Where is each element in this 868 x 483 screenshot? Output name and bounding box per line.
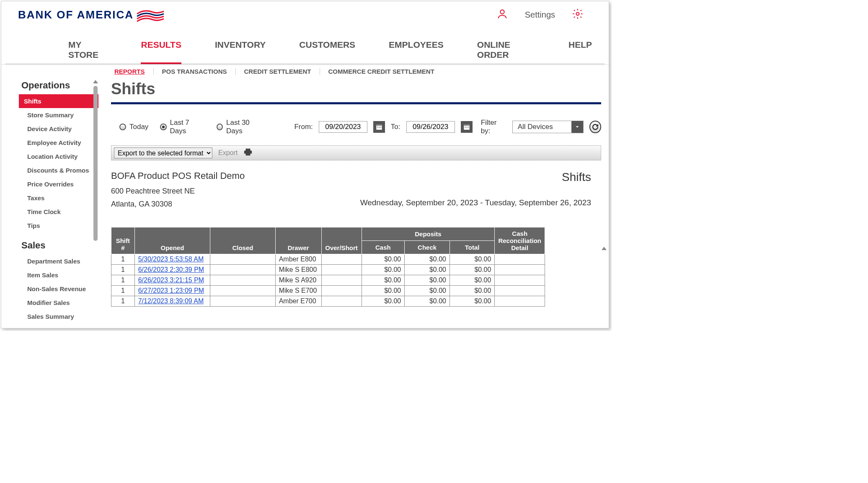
subnav-credit-settlement[interactable]: CREDIT SETTLEMENT xyxy=(235,68,320,75)
to-calendar-button[interactable] xyxy=(461,121,473,133)
nav-customers[interactable]: CUSTOMERS xyxy=(299,36,355,64)
cell-recon xyxy=(495,254,545,265)
svg-rect-6 xyxy=(380,127,381,128)
table-row: 16/26/2023 2:30:39 PMMike S E800$0.00$0.… xyxy=(111,265,545,275)
th-drawer[interactable]: Drawer xyxy=(275,227,321,254)
sidebar-item-price-overrides[interactable]: Price Overrides xyxy=(22,177,98,191)
refresh-button[interactable] xyxy=(589,121,601,133)
table-row: 16/27/2023 1:23:09 PMMike S E700$0.00$0.… xyxy=(111,286,545,296)
subnav-reports[interactable]: REPORTS xyxy=(106,68,153,75)
opened-link[interactable]: 5/30/2023 5:53:58 AM xyxy=(138,256,204,263)
th-closed[interactable]: Closed xyxy=(210,227,276,254)
radio-today-label: Today xyxy=(129,123,148,131)
cell-drawer: Mike S E800 xyxy=(275,265,321,275)
shifts-table-wrap: Shift # Opened Closed Drawer Over/Short … xyxy=(111,227,601,307)
main-nav: MY STORE RESULTS INVENTORY CUSTOMERS EMP… xyxy=(1,36,609,65)
th-overshort[interactable]: Over/Short xyxy=(321,227,362,254)
sidebar-item-sales-commissions[interactable]: Sales Commissions xyxy=(22,323,98,328)
sidebar-scrollbar[interactable] xyxy=(93,80,98,328)
calendar-icon xyxy=(375,123,383,131)
opened-link[interactable]: 6/26/2023 2:30:39 PM xyxy=(138,266,204,273)
user-area[interactable] xyxy=(438,9,480,21)
print-button[interactable] xyxy=(243,147,253,158)
sidebar-item-device-activity[interactable]: Device Activity xyxy=(22,122,98,136)
sidebar-item-shifts[interactable]: Shifts xyxy=(19,94,98,108)
sidebar-item-item-sales[interactable]: Item Sales xyxy=(22,268,98,282)
opened-link[interactable]: 7/12/2023 8:39:09 AM xyxy=(138,297,204,305)
sidebar-item-department-sales[interactable]: Department Sales xyxy=(22,254,98,268)
report-scrollbar[interactable] xyxy=(601,247,607,328)
logo[interactable]: BANK OF AMERICA xyxy=(18,7,165,22)
sidebar-item-time-clock[interactable]: Time Clock xyxy=(22,205,98,219)
cell-total: $0.00 xyxy=(450,296,494,307)
sidebar-item-store-summary[interactable]: Store Summary xyxy=(22,108,98,122)
cell-overshort xyxy=(321,286,362,296)
th-total[interactable]: Total xyxy=(450,241,494,254)
radio-last-7-days[interactable]: Last 7 Days xyxy=(160,119,205,135)
th-recon[interactable]: Cash Reconciliation Detail xyxy=(495,227,545,254)
subnav-pos-transactions[interactable]: POS TRANSACTIONS xyxy=(153,68,235,75)
sidebar-item-modifier-sales[interactable]: Modifier Sales xyxy=(22,296,98,310)
from-date-input[interactable] xyxy=(319,121,367,133)
gear-icon[interactable] xyxy=(572,8,584,21)
svg-rect-4 xyxy=(377,127,378,128)
th-shift[interactable]: Shift # xyxy=(111,227,135,254)
filter-by-select[interactable]: All Devices xyxy=(512,121,584,133)
cell-shift: 1 xyxy=(111,254,135,265)
svg-rect-3 xyxy=(376,125,382,126)
th-cash[interactable]: Cash xyxy=(362,241,405,254)
to-date-input[interactable] xyxy=(406,121,455,133)
report-title: Shifts xyxy=(360,170,591,184)
th-deposits[interactable]: Deposits xyxy=(362,227,495,241)
scroll-thumb[interactable] xyxy=(93,86,98,241)
opened-link[interactable]: 6/26/2023 3:21:15 PM xyxy=(138,276,204,284)
export-link[interactable]: Export xyxy=(218,149,238,157)
cell-total: $0.00 xyxy=(450,275,494,286)
th-opened[interactable]: Opened xyxy=(134,227,210,254)
cell-opened: 6/26/2023 2:30:39 PM xyxy=(134,265,210,275)
cell-recon xyxy=(495,286,545,296)
cell-overshort xyxy=(321,275,362,286)
sub-nav: REPORTS POS TRANSACTIONS CREDIT SETTLEME… xyxy=(1,65,609,78)
nav-my-store[interactable]: MY STORE xyxy=(68,36,107,64)
cell-closed xyxy=(210,275,276,286)
cell-overshort xyxy=(321,296,362,307)
sidebar-item-tips[interactable]: Tips xyxy=(22,219,98,232)
to-label: To: xyxy=(391,123,400,131)
sidebar-item-discounts-promos[interactable]: Discounts & Promos xyxy=(22,163,98,177)
page-title: Shifts xyxy=(111,80,601,98)
sidebar-item-sales-summary[interactable]: Sales Summary xyxy=(22,310,98,323)
cell-drawer: Mike S A920 xyxy=(275,275,321,286)
table-row: 16/26/2023 3:21:15 PMMike S A920$0.00$0.… xyxy=(111,275,545,286)
cell-total: $0.00 xyxy=(450,265,494,275)
user-icon[interactable] xyxy=(496,8,508,21)
cell-opened: 6/26/2023 3:21:15 PM xyxy=(134,275,210,286)
cell-drawer: Amber E700 xyxy=(275,296,321,307)
scroll-up-icon[interactable] xyxy=(93,80,98,83)
shifts-table: Shift # Opened Closed Drawer Over/Short … xyxy=(111,227,545,307)
sidebar-item-employee-activity[interactable]: Employee Activity xyxy=(22,136,98,150)
svg-rect-9 xyxy=(465,127,465,128)
cell-opened: 7/12/2023 8:39:09 AM xyxy=(134,296,210,307)
nav-help[interactable]: HELP xyxy=(568,36,592,64)
sidebar-item-location-activity[interactable]: Location Activity xyxy=(22,150,98,163)
subnav-commerce-credit-settlement[interactable]: COMMERCE CREDIT SETTLEMENT xyxy=(320,68,443,75)
scroll-up-icon[interactable] xyxy=(602,247,607,250)
nav-online-order[interactable]: ONLINE ORDER xyxy=(477,36,535,64)
radio-today[interactable]: Today xyxy=(119,123,148,131)
from-calendar-button[interactable] xyxy=(373,121,385,133)
radio-last-7-days-label: Last 7 Days xyxy=(170,119,205,135)
nav-inventory[interactable]: INVENTORY xyxy=(215,36,266,64)
nav-employees[interactable]: EMPLOYEES xyxy=(389,36,444,64)
nav-results[interactable]: RESULTS xyxy=(141,36,181,64)
sidebar-item-taxes[interactable]: Taxes xyxy=(22,191,98,205)
settings-link[interactable]: Settings xyxy=(525,10,555,20)
print-icon xyxy=(243,147,253,157)
radio-last-30-days[interactable]: Last 30 Days xyxy=(217,119,265,135)
refresh-icon xyxy=(592,123,599,131)
header: BANK OF AMERICA Settings xyxy=(1,1,609,25)
opened-link[interactable]: 6/27/2023 1:23:09 PM xyxy=(138,287,204,294)
th-check[interactable]: Check xyxy=(405,241,450,254)
export-format-select[interactable]: Export to the selected format xyxy=(114,147,212,158)
sidebar-item-non-sales-revenue[interactable]: Non-Sales Revenue xyxy=(22,282,98,296)
